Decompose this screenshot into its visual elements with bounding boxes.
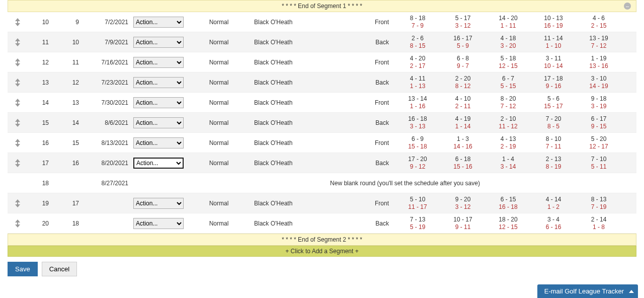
pairing-cell: 13 - 197 - 12	[576, 35, 621, 50]
pairing-line-1: 8 - 20	[486, 95, 531, 103]
round-seq: 15	[58, 139, 88, 146]
pairing-line-2: 1 - 16	[395, 103, 440, 110]
pairing-line-1: 6 - 18	[440, 156, 486, 163]
drag-handle-icon[interactable]	[15, 18, 21, 26]
action-select[interactable]: Action...	[133, 158, 184, 169]
pairing-cell: 4 - 132 - 19	[486, 135, 531, 151]
action-select[interactable]: Action...	[133, 17, 184, 28]
drag-handle-icon[interactable]	[15, 119, 21, 127]
pairing-line-1: 8 - 18	[395, 15, 440, 22]
action-select[interactable]: Action...	[133, 57, 184, 68]
pairing-line-1: 7 - 13	[395, 216, 440, 224]
pairing-line-2: 7 - 12	[486, 103, 531, 110]
action-cell: Action...	[133, 97, 189, 108]
round-id: 17	[28, 160, 58, 167]
pairing-line-2: 8 - 19	[531, 163, 576, 171]
drag-handle-icon[interactable]	[15, 79, 21, 87]
pairing-line-2: 2 - 19	[486, 143, 531, 151]
pairing-line-1: 4 - 6	[576, 15, 621, 22]
pairing-line-2: 2 - 11	[440, 103, 486, 110]
round-course: Black O'Heath	[249, 19, 335, 26]
round-id: 13	[28, 79, 58, 86]
pairing-line-2: 9 - 7	[440, 62, 486, 70]
drag-cell	[8, 199, 28, 207]
pairing-cell: 4 - 191 - 14	[440, 115, 486, 130]
action-select[interactable]: Action...	[133, 97, 184, 108]
pairing-line-2: 15 - 18	[395, 143, 440, 151]
table-row: 12117/16/2021Action...NormalBlack O'Heat…	[8, 52, 636, 72]
pairing-cell: 2 - 138 - 19	[531, 156, 576, 171]
add-segment-label: + Click to Add a Segment +	[285, 248, 358, 255]
action-select[interactable]: Action...	[133, 77, 184, 88]
drag-handle-icon[interactable]	[15, 99, 21, 107]
pairing-line-1: 13 - 19	[576, 35, 621, 42]
pairing-cell: 6 - 89 - 7	[440, 55, 486, 70]
action-cell: Action...	[133, 158, 189, 169]
pairing-line-1: 6 - 8	[440, 55, 486, 62]
action-select[interactable]: Action...	[133, 37, 184, 48]
schedule-rows: 1097/2/2021Action...NormalBlack O'HeathF…	[8, 12, 636, 234]
pairing-line-2: 3 - 13	[395, 123, 440, 130]
round-type: Normal	[189, 139, 249, 146]
pairing-cell: 9 - 183 - 19	[576, 95, 621, 110]
round-id: 12	[28, 59, 58, 66]
pairing-cell: 5 - 615 - 17	[531, 95, 576, 110]
pairing-cell: 3 - 1110 - 14	[531, 55, 576, 70]
action-select[interactable]: Action...	[133, 137, 184, 148]
round-date: 7/2/2021	[88, 19, 133, 26]
pairing-cell: 5 - 2012 - 17	[576, 135, 621, 151]
round-id: 10	[28, 19, 58, 26]
pairing-cell: 4 - 102 - 11	[440, 95, 486, 110]
action-select[interactable]: Action...	[133, 198, 184, 209]
drag-cell	[8, 38, 28, 46]
round-seq: 13	[58, 99, 88, 106]
drag-handle-icon[interactable]	[15, 38, 21, 46]
segment-end-2: * * * * End of Segment 2 * * * *	[8, 234, 636, 246]
table-row: 16158/13/2021Action...NormalBlack O'Heat…	[8, 133, 636, 153]
save-button[interactable]: Save	[8, 262, 38, 276]
pairing-line-1: 11 - 14	[531, 35, 576, 42]
drag-handle-icon[interactable]	[15, 58, 21, 66]
pairing-cell: 5 - 173 - 12	[440, 15, 486, 30]
drag-handle-icon[interactable]	[15, 199, 21, 207]
round-date: 8/20/2021	[88, 160, 133, 167]
action-select[interactable]: Action...	[133, 117, 184, 128]
round-seq: 16	[58, 160, 88, 167]
pairing-cell: 2 - 141 - 8	[576, 216, 621, 231]
add-segment-button[interactable]: + Click to Add a Segment +	[8, 246, 636, 257]
round-id: 15	[28, 119, 58, 126]
pairing-line-2: 7 - 19	[576, 203, 621, 211]
drag-handle-icon[interactable]	[15, 219, 21, 228]
pairing-line-1: 9 - 20	[440, 196, 486, 203]
pairing-line-1: 5 - 17	[440, 15, 486, 22]
pairing-cell: 7 - 208 - 5	[531, 115, 576, 130]
action-select[interactable]: Action...	[133, 218, 184, 229]
pairing-line-2: 3 - 12	[440, 203, 486, 211]
remove-segment-icon[interactable]: –	[624, 3, 631, 10]
round-type: Normal	[189, 220, 249, 227]
pairing-line-1: 4 - 10	[440, 95, 486, 103]
pairing-line-2: 3 - 19	[576, 103, 621, 110]
pairing-cell: 13 - 141 - 16	[395, 95, 440, 110]
pairing-line-1: 4 - 13	[486, 135, 531, 143]
pairing-cell: 6 - 179 - 15	[576, 115, 621, 130]
round-course: Black O'Heath	[249, 99, 335, 106]
pairing-line-2: 1 - 14	[440, 123, 486, 130]
pairing-line-2: 16 - 18	[486, 203, 531, 211]
action-cell: Action...	[133, 17, 189, 28]
round-side: Front	[335, 200, 395, 207]
pairing-cell: 2 - 1011 - 12	[486, 115, 531, 130]
pairing-line-2: 5 - 15	[486, 83, 531, 90]
round-course: Black O'Heath	[249, 79, 335, 86]
pairing-line-1: 4 - 19	[440, 115, 486, 123]
pairing-line-2: 16 - 19	[531, 22, 576, 30]
drag-handle-icon[interactable]	[15, 139, 21, 147]
action-cell: Action...	[133, 77, 189, 88]
pairing-line-1: 3 - 4	[531, 216, 576, 224]
pairing-cell: 8 - 207 - 12	[486, 95, 531, 110]
round-date: 7/16/2021	[88, 59, 133, 66]
pairing-cell: 16 - 175 - 9	[440, 35, 486, 50]
drag-handle-icon[interactable]	[15, 159, 21, 167]
blank-round-message: New blank round (you'll set the schedule…	[189, 180, 621, 187]
cancel-button[interactable]: Cancel	[42, 262, 77, 276]
